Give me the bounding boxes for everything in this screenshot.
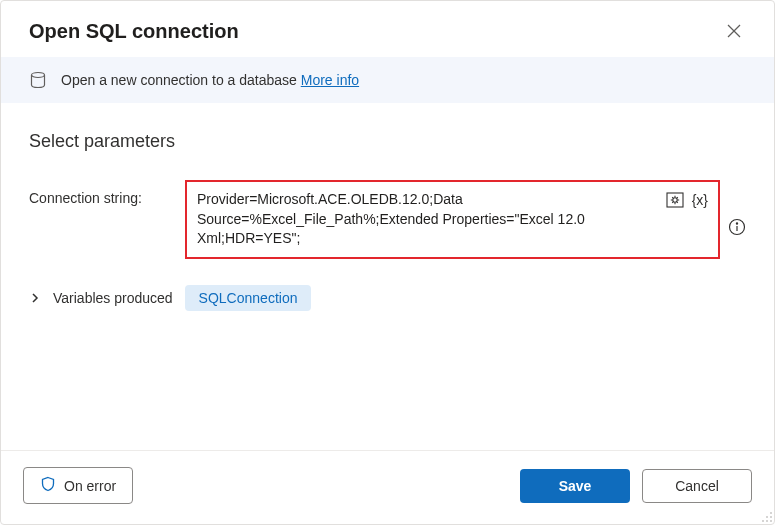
svg-point-15: [736, 223, 737, 224]
save-button[interactable]: Save: [520, 469, 630, 503]
connection-string-actions: {x}: [666, 190, 708, 208]
on-error-button[interactable]: On error: [23, 467, 133, 504]
svg-line-10: [676, 202, 677, 203]
connection-string-value: Provider=Microsoft.ACE.OLEDB.12.0;Data S…: [197, 190, 660, 249]
shield-icon: [40, 476, 56, 495]
cancel-button[interactable]: Cancel: [642, 469, 752, 503]
dialog-header: Open SQL connection: [1, 1, 774, 57]
configure-icon[interactable]: [666, 192, 684, 208]
svg-point-2: [32, 73, 45, 78]
svg-point-4: [672, 198, 676, 202]
connection-string-row: Connection string: Provider=Microsoft.AC…: [29, 180, 746, 259]
dialog-title: Open SQL connection: [29, 20, 239, 43]
connection-string-wrap: Provider=Microsoft.ACE.OLEDB.12.0;Data S…: [185, 180, 746, 259]
footer-actions: Save Cancel: [520, 469, 752, 503]
close-button[interactable]: [722, 19, 746, 43]
banner-description: Open a new connection to a database: [61, 72, 301, 88]
banner-text: Open a new connection to a database More…: [61, 72, 359, 88]
connection-string-label: Connection string:: [29, 180, 169, 206]
svg-line-11: [676, 197, 677, 198]
on-error-label: On error: [64, 478, 116, 494]
chevron-right-icon[interactable]: [29, 292, 41, 304]
svg-line-12: [672, 202, 673, 203]
info-icon[interactable]: [728, 202, 746, 236]
close-icon: [726, 23, 742, 39]
svg-rect-3: [667, 193, 683, 207]
variables-produced-row: Variables produced SQLConnection: [29, 285, 746, 311]
section-title: Select parameters: [29, 131, 746, 152]
connection-string-input[interactable]: Provider=Microsoft.ACE.OLEDB.12.0;Data S…: [185, 180, 720, 259]
variables-produced-label: Variables produced: [53, 290, 173, 306]
variable-picker-icon[interactable]: {x}: [692, 192, 708, 208]
more-info-link[interactable]: More info: [301, 72, 359, 88]
svg-line-9: [672, 197, 673, 198]
dialog-content: Select parameters Connection string: Pro…: [1, 103, 774, 450]
info-banner: Open a new connection to a database More…: [1, 57, 774, 103]
database-icon: [29, 71, 47, 89]
dialog-footer: On error Save Cancel: [1, 450, 774, 524]
variable-pill[interactable]: SQLConnection: [185, 285, 312, 311]
